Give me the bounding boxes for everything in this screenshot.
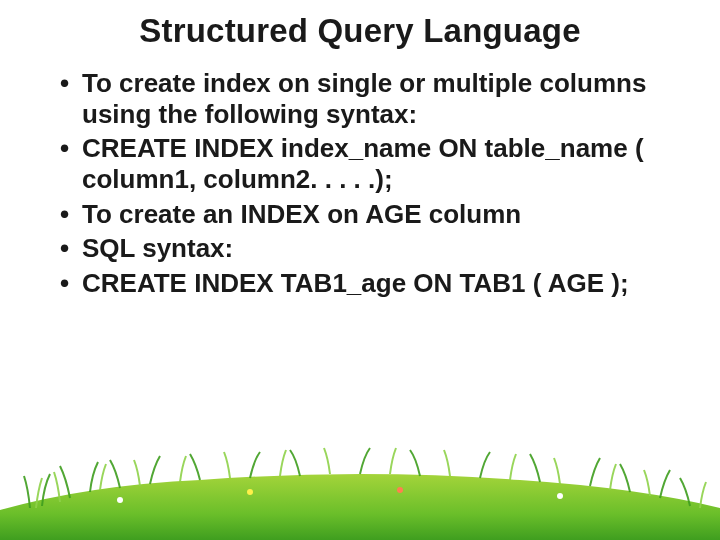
svg-point-1 xyxy=(247,489,253,495)
list-item: CREATE INDEX TAB1_age ON TAB1 ( AGE ); xyxy=(60,268,684,299)
slide: Structured Query Language To create inde… xyxy=(0,0,720,540)
list-item: SQL syntax: xyxy=(60,233,684,264)
svg-point-0 xyxy=(117,497,123,503)
grass-decoration xyxy=(0,430,720,540)
svg-point-3 xyxy=(557,493,563,499)
list-item: To create an INDEX on AGE column xyxy=(60,199,684,230)
list-item: To create index on single or multiple co… xyxy=(60,68,684,129)
svg-point-2 xyxy=(397,487,403,493)
bullet-list: To create index on single or multiple co… xyxy=(36,68,684,299)
page-title: Structured Query Language xyxy=(36,12,684,50)
list-item: CREATE INDEX index_name ON table_name ( … xyxy=(60,133,684,194)
